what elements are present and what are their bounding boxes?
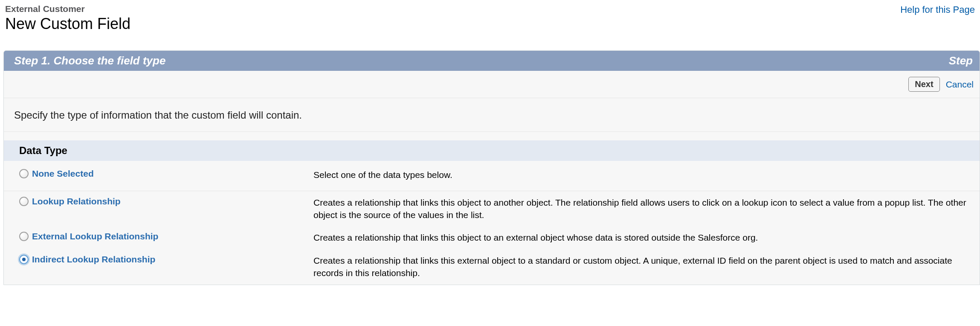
- radio-label[interactable]: None Selected: [32, 169, 94, 179]
- radio-cell: Indirect Lookup Relationship: [19, 254, 313, 265]
- radio-none-selected[interactable]: [19, 169, 29, 178]
- wizard-panel: Step 1. Choose the field type Step Next …: [3, 50, 980, 285]
- data-type-row-lookup: Lookup Relationship Creates a relationsh…: [4, 191, 980, 227]
- data-type-row-external-lookup: External Lookup Relationship Creates a r…: [4, 226, 980, 249]
- radio-external-lookup-relationship[interactable]: [19, 232, 29, 241]
- step-indicator: Step: [949, 54, 973, 67]
- data-type-description: Select one of the data types below.: [313, 169, 973, 181]
- radio-indirect-lookup-relationship[interactable]: [19, 255, 29, 264]
- radio-cell: External Lookup Relationship: [19, 231, 313, 242]
- radio-cell: None Selected: [19, 169, 313, 179]
- data-type-description: Creates a relationship that links this o…: [313, 196, 973, 221]
- radio-lookup-relationship[interactable]: [19, 197, 29, 206]
- breadcrumb: External Customer: [5, 3, 130, 14]
- instruction-text: Specify the type of information that the…: [4, 98, 980, 132]
- data-type-section-title: Data Type: [4, 140, 980, 161]
- cancel-link[interactable]: Cancel: [946, 79, 974, 90]
- data-type-description: Creates a relationship that links this e…: [313, 254, 973, 279]
- help-link[interactable]: Help for this Page: [900, 4, 975, 15]
- page-header: External Customer New Custom Field Help …: [0, 0, 980, 33]
- next-button[interactable]: Next: [908, 77, 939, 92]
- page-title: New Custom Field: [5, 14, 130, 33]
- data-type-row-indirect-lookup: Indirect Lookup Relationship Creates a r…: [4, 249, 980, 285]
- radio-cell: Lookup Relationship: [19, 196, 313, 207]
- data-type-description: Creates a relationship that links this o…: [313, 231, 973, 244]
- wizard-button-bar: Next Cancel: [4, 71, 980, 98]
- data-type-rows: None Selected Select one of the data typ…: [4, 161, 980, 284]
- radio-label[interactable]: Indirect Lookup Relationship: [32, 254, 155, 265]
- wizard-step-header: Step 1. Choose the field type Step: [4, 51, 980, 71]
- radio-label[interactable]: Lookup Relationship: [32, 196, 121, 207]
- radio-label[interactable]: External Lookup Relationship: [32, 231, 158, 242]
- step-title: Step 1. Choose the field type: [14, 54, 165, 67]
- data-type-row-none: None Selected Select one of the data typ…: [4, 161, 980, 191]
- page-header-left: External Customer New Custom Field: [5, 3, 130, 33]
